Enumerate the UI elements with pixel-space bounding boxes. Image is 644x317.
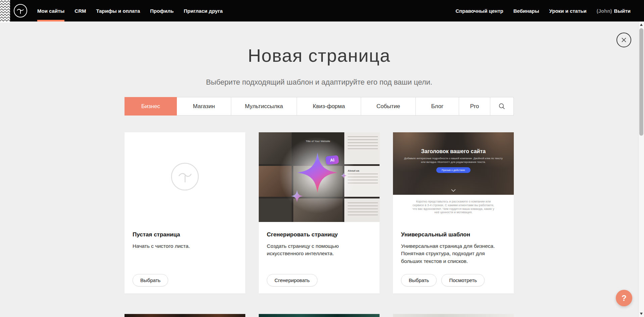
card-actions: Выбрать Посмотреть (401, 274, 485, 286)
ai-sparkle-tiny-icon (341, 173, 347, 179)
blank-preview (125, 132, 245, 222)
ai-badge: AI (326, 155, 339, 165)
universal-preview-button[interactable]: Посмотреть (441, 274, 485, 286)
template-card-partial[interactable] (393, 314, 514, 317)
card-description: Начать с чистого листа. (133, 242, 233, 250)
tab-event[interactable]: Событие (361, 97, 416, 116)
scrollbar-down-arrow-icon[interactable] (640, 313, 643, 315)
nav-tariffs[interactable]: Тарифы и оплата (91, 0, 145, 21)
template-card-universal[interactable]: Заголовок вашего сайта Добавьте интересн… (393, 132, 514, 293)
hero-cta-button: Призыв к действию (436, 167, 470, 173)
card-body: Сгенерировать страницу Создать страницу … (259, 222, 380, 258)
main-content: Новая страница Выберите подходящий шабло… (0, 21, 638, 317)
template-grid-row2 (125, 314, 514, 317)
nav-lessons[interactable]: Уроки и статьи (544, 0, 592, 21)
ai-preview: Title of Your Website About us (259, 132, 380, 222)
nav-my-sites[interactable]: Мои сайты (32, 0, 69, 21)
universal-preview: Заголовок вашего сайта Добавьте интересн… (393, 132, 514, 222)
logout-label: Выйти (614, 8, 631, 14)
nav-webinars[interactable]: Вебинары (508, 0, 544, 21)
scrollbar-thumb[interactable] (639, 28, 643, 136)
card-description: Универсальная страница для бизнеса. Поня… (401, 242, 502, 265)
tab-search[interactable] (490, 97, 514, 116)
card-body: Пустая страница Начать с чистого листа. (125, 222, 245, 250)
zigzag-decoration-icon (0, 0, 10, 22)
top-navbar: Мои сайты CRM Тарифы и оплата Профиль Пр… (0, 0, 644, 21)
main-nav: Мои сайты CRM Тарифы и оплата Профиль Пр… (32, 0, 228, 21)
tab-quiz[interactable]: Квиз-форма (297, 97, 361, 116)
card-description: Создать страницу с помощью искусственног… (267, 242, 367, 258)
hero-subtext: Добавьте интересные подробности о вашей … (403, 157, 504, 164)
nav-profile[interactable]: Профиль (145, 0, 179, 21)
user-name: (John) (597, 8, 612, 14)
hero-heading: Заголовок вашего сайта (421, 148, 486, 154)
tilda-watermark-icon (170, 162, 199, 192)
universal-hero: Заголовок вашего сайта Добавьте интересн… (393, 132, 514, 195)
universal-choose-button[interactable]: Выбрать (401, 274, 437, 286)
tab-business[interactable]: Бизнес (125, 97, 177, 116)
template-category-tabs: Бизнес Магазин Мультиссылка Квиз-форма С… (125, 97, 514, 116)
close-icon (621, 37, 627, 43)
template-card-ai-generate[interactable]: Title of Your Website About us (259, 132, 380, 293)
ai-sparkle-small-icon (291, 190, 303, 202)
chevron-down-icon (451, 187, 456, 193)
tab-shop[interactable]: Магазин (177, 97, 231, 116)
search-icon (499, 103, 505, 109)
nav-help-center[interactable]: Справочный центр (450, 0, 508, 21)
nav-invite-friend[interactable]: Пригласи друга (179, 0, 228, 21)
tab-multilink[interactable]: Мультиссылка (231, 97, 297, 116)
tilda-logo[interactable] (13, 4, 28, 18)
card-title: Пустая страница (133, 231, 237, 238)
nav-logout[interactable]: (John) Выйти (592, 0, 631, 21)
card-actions: Выбрать (133, 274, 168, 286)
page-subtitle: Выберите подходящий шаблон и адаптируйте… (0, 78, 638, 87)
blank-choose-button[interactable]: Выбрать (133, 274, 168, 286)
page-title: Новая страница (0, 46, 638, 64)
scrollbar[interactable] (638, 21, 644, 317)
ai-generate-button[interactable]: Сгенерировать (267, 274, 317, 286)
close-button[interactable] (616, 33, 631, 47)
preview-body-text: Коротко представьтесь и расскажите о ком… (411, 200, 496, 214)
template-grid: Пустая страница Начать с чистого листа. … (125, 132, 514, 293)
template-card-blank[interactable]: Пустая страница Начать с чистого листа. … (125, 132, 245, 293)
tab-blog[interactable]: Блог (416, 97, 459, 116)
scrollbar-up-arrow-icon[interactable] (640, 24, 643, 26)
app: Мои сайты CRM Тарифы и оплата Профиль Пр… (0, 0, 644, 317)
card-body: Универсальный шаблон Универсальная стран… (393, 222, 514, 265)
tab-pro[interactable]: Pro (459, 97, 490, 116)
help-button[interactable]: ? (616, 290, 632, 306)
card-actions: Сгенерировать (267, 274, 317, 286)
card-title: Сгенерировать страницу (267, 231, 371, 238)
secondary-nav: Справочный центр Вебинары Уроки и статьи… (450, 0, 631, 21)
template-card-partial[interactable] (259, 314, 380, 317)
card-title: Универсальный шаблон (401, 231, 506, 238)
nav-crm[interactable]: CRM (69, 0, 91, 21)
template-card-partial[interactable] (125, 314, 245, 317)
